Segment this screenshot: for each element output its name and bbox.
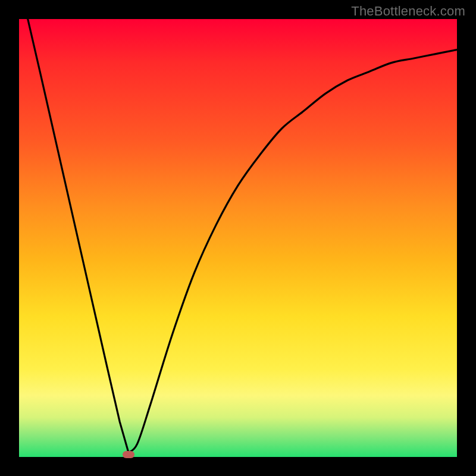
plot-area [19,19,457,457]
chart-frame: TheBottleneck.com [0,0,476,476]
watermark-text: TheBottleneck.com [351,4,465,19]
optimal-marker [123,451,134,458]
bottleneck-curve [19,19,457,457]
